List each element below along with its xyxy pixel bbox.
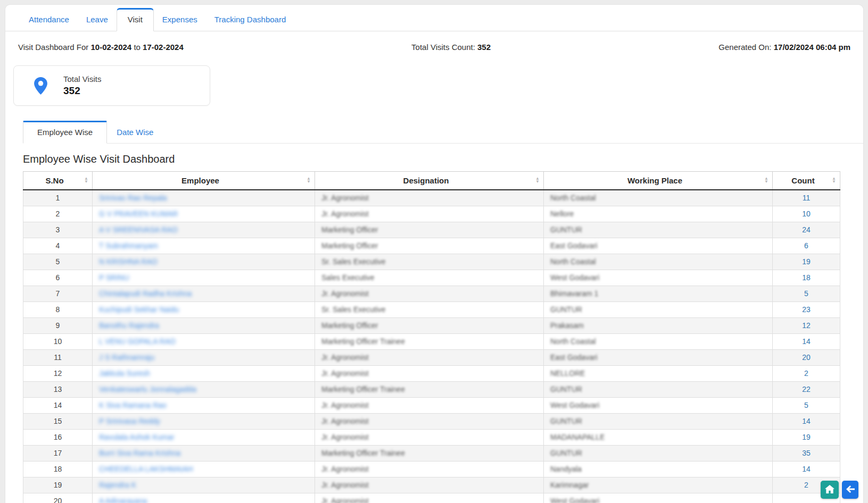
visit-count-link[interactable]: 5 xyxy=(804,289,808,298)
visit-count-link[interactable]: 35 xyxy=(802,449,811,457)
cell-working-place: GUNTUR xyxy=(544,445,773,461)
sort-icon[interactable]: ▲▼ xyxy=(832,177,836,183)
tab-date-wise[interactable]: Date Wise xyxy=(107,122,163,143)
visit-count-link[interactable]: 6 xyxy=(804,241,808,250)
employee-link[interactable]: L VENU GOPALA RAO xyxy=(99,337,176,346)
visit-count-link[interactable]: 2 xyxy=(804,369,808,378)
employee-link[interactable]: CHEEDELLA LAKSHMAIAH xyxy=(99,465,193,473)
employee-link[interactable]: Ravulala Ashok Kumar xyxy=(99,433,175,441)
top-tab-bar: Attendance Leave Visit Expenses Tracking… xyxy=(5,5,863,31)
employee-link[interactable]: T Subrahmanyam xyxy=(99,241,158,250)
cell-sno: 15 xyxy=(23,413,93,429)
employee-link[interactable]: P Srinivasa Reddy xyxy=(99,417,160,425)
cell-employee: Srinivas Rao Repala xyxy=(93,190,315,206)
table-row: 4 T Subrahmanyam Marketing Officer East … xyxy=(23,238,840,254)
cell-working-place: GUNTUR xyxy=(544,222,773,238)
table-row: 18 CHEEDELLA LAKSHMAIAH Jr. Agronomist N… xyxy=(23,461,840,477)
generated-on: Generated On: 17/02/2024 06:04 pm xyxy=(718,43,850,52)
sort-icon[interactable]: ▲▼ xyxy=(84,177,88,183)
visit-count-link[interactable]: 11 xyxy=(803,194,811,202)
cell-employee: A V SREENIVASA RAO xyxy=(93,222,315,238)
card-label: Total Visits xyxy=(63,74,101,83)
sort-icon[interactable]: ▲▼ xyxy=(307,177,311,183)
column-header-sno[interactable]: S.No ▲▼ xyxy=(23,172,93,190)
cell-sno: 11 xyxy=(23,349,93,365)
sort-icon[interactable]: ▲▼ xyxy=(535,177,540,183)
home-button[interactable] xyxy=(821,481,839,499)
visit-count-link[interactable]: 20 xyxy=(802,353,811,362)
tab-employee-wise[interactable]: Employee Wise xyxy=(23,121,107,144)
cell-sno: 16 xyxy=(23,429,93,445)
cell-designation: Jr. Agronomist xyxy=(315,461,544,477)
cell-count: 5 xyxy=(773,397,840,413)
card-value: 352 xyxy=(63,85,101,97)
tab-attendance[interactable]: Attendance xyxy=(20,9,78,31)
employee-link[interactable]: Banothu Rajendra xyxy=(99,321,159,330)
employee-link[interactable]: Jakkula Suresh xyxy=(99,369,150,378)
employee-link[interactable]: J S Rathnamraju xyxy=(99,353,154,362)
visit-count-link[interactable]: 14 xyxy=(802,337,811,346)
visit-count-link[interactable]: 19 xyxy=(802,433,811,441)
cell-sno: 5 xyxy=(23,254,93,270)
visit-count-link[interactable]: 24 xyxy=(802,225,811,234)
visit-count-link[interactable]: 2 xyxy=(804,481,808,489)
cell-sno: 20 xyxy=(23,493,93,503)
cell-working-place: West Godavari xyxy=(544,397,773,413)
visit-count-link[interactable]: 14 xyxy=(802,465,811,473)
visit-count-link[interactable]: 18 xyxy=(802,273,811,282)
employee-link[interactable]: Venkateswarlu Jonnalagadda xyxy=(99,385,196,393)
cell-designation: Sales Executive xyxy=(315,270,544,286)
back-button[interactable] xyxy=(842,481,858,499)
cell-designation: Sr. Sales Executive xyxy=(315,301,544,317)
tab-expenses[interactable]: Expenses xyxy=(154,9,206,31)
cell-working-place: Nandyala xyxy=(544,461,773,477)
table-row: 16 Ravulala Ashok Kumar Jr. Agronomist M… xyxy=(23,429,840,445)
employee-link[interactable]: Rajendra K xyxy=(99,481,136,489)
tab-leave[interactable]: Leave xyxy=(78,9,117,31)
column-header-working-place[interactable]: Working Place ▲▼ xyxy=(544,172,773,190)
employee-link[interactable]: A Adinarayana xyxy=(99,497,147,503)
cell-working-place: GUNTUR xyxy=(544,381,773,397)
cell-working-place: Bhimavaram 1 xyxy=(544,286,773,301)
employee-link[interactable]: A V SREENIVASA RAO xyxy=(99,225,178,234)
column-header-designation[interactable]: Designation ▲▼ xyxy=(315,172,544,190)
tab-visit[interactable]: Visit xyxy=(117,8,154,31)
table-row: 1 Srinivas Rao Repala Jr. Agronomist Nor… xyxy=(23,190,840,206)
cell-sno: 12 xyxy=(23,365,93,381)
employee-link[interactable]: Chintalapudi Radha Krishna xyxy=(99,289,192,298)
visit-count-link[interactable]: 14 xyxy=(802,417,811,425)
employee-link[interactable]: Burri Siva Rama Krishna xyxy=(99,449,180,457)
cell-employee: L VENU GOPALA RAO xyxy=(93,333,315,349)
visit-count-link[interactable]: 23 xyxy=(802,305,811,314)
employee-link[interactable]: Kuchipudi Sekhar Naidu xyxy=(99,305,179,314)
cell-employee: Rajendra K xyxy=(93,477,315,493)
visit-count-link[interactable]: 22 xyxy=(802,385,811,393)
employee-link[interactable]: Srinivas Rao Repala xyxy=(99,194,167,202)
visit-count-link[interactable]: 5 xyxy=(804,401,808,409)
employee-link[interactable]: N KRISHNA RAO xyxy=(99,257,158,266)
table-row: 11 J S Rathnamraju Jr. Agronomist East G… xyxy=(23,349,840,365)
column-header-employee[interactable]: Employee ▲▼ xyxy=(93,172,315,190)
visit-count-link[interactable]: 12 xyxy=(802,321,811,330)
cell-working-place: North Coastal xyxy=(544,190,773,206)
report-date-range: Visit Dashboard For 10-02-2024 to 17-02-… xyxy=(18,43,184,52)
sort-icon[interactable]: ▲▼ xyxy=(764,177,768,183)
visit-count-link[interactable]: 19 xyxy=(802,257,811,266)
employee-link[interactable]: P SRINU xyxy=(99,273,129,282)
arrow-left-icon xyxy=(846,485,855,494)
tab-tracking-dashboard[interactable]: Tracking Dashboard xyxy=(206,9,295,31)
cell-sno: 1 xyxy=(23,190,93,206)
cell-designation: Jr. Agronomist xyxy=(315,429,544,445)
cell-working-place: NELLORE xyxy=(544,365,773,381)
cell-count: 12 xyxy=(773,317,840,333)
visit-count-link[interactable]: 10 xyxy=(802,209,811,218)
cell-employee: Venkateswarlu Jonnalagadda xyxy=(93,381,315,397)
table-row: 5 N KRISHNA RAO Sr. Sales Executive Nort… xyxy=(23,254,840,270)
employee-link[interactable]: K Siva Ramana Rao xyxy=(99,401,167,409)
table-row: 8 Kuchipudi Sekhar Naidu Sr. Sales Execu… xyxy=(23,301,840,317)
cell-employee: Jakkula Suresh xyxy=(93,365,315,381)
cell-designation: Marketing Officer Trainee xyxy=(315,381,544,397)
employee-link[interactable]: G V PRAVEEN KUMAR xyxy=(99,209,178,218)
column-header-count[interactable]: Count ▲▼ xyxy=(773,172,840,190)
cell-designation: Jr. Agronomist xyxy=(315,397,544,413)
